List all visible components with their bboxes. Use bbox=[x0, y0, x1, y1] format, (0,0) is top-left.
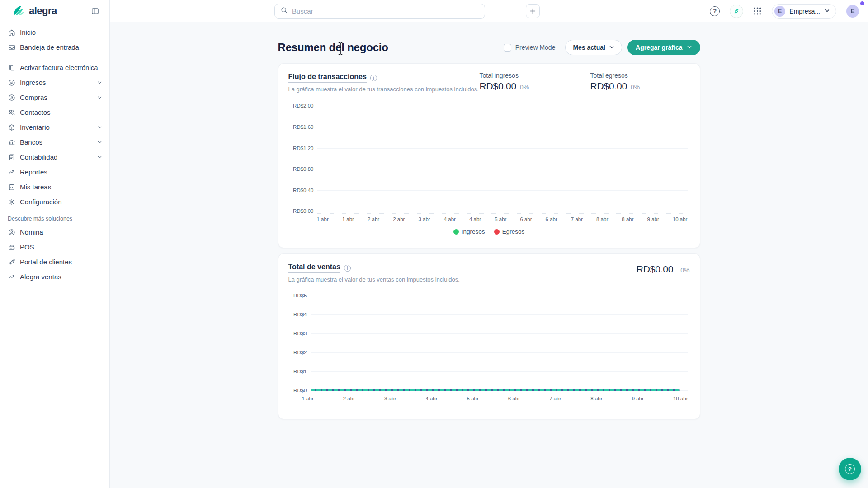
y-tick: RD$0.40 bbox=[278, 188, 314, 193]
sidebar-item-label: Inicio bbox=[20, 28, 102, 36]
eco-leaf-icon[interactable] bbox=[730, 5, 743, 18]
preview-mode-checkbox[interactable] bbox=[504, 44, 511, 52]
sidebar-item-contactos[interactable]: Contactos bbox=[0, 105, 109, 120]
global-search[interactable] bbox=[274, 4, 485, 19]
logo-text: alegra bbox=[29, 5, 57, 17]
y-tick: RD$0.00 bbox=[278, 208, 314, 214]
card-title[interactable]: Total de ventas bbox=[288, 263, 340, 273]
info-icon[interactable]: i bbox=[370, 75, 377, 81]
notification-dot bbox=[860, 1, 864, 5]
total-ingresos-percent: 0% bbox=[520, 84, 529, 91]
sidebar-item-label: Contabilidad bbox=[20, 153, 97, 161]
cube-icon bbox=[8, 123, 16, 131]
chevron-down-icon bbox=[97, 125, 102, 130]
card-subtitle: La gráfica muestra el valor de tus trans… bbox=[288, 86, 479, 93]
trend-up-icon bbox=[8, 273, 16, 281]
info-icon[interactable]: i bbox=[344, 265, 351, 272]
company-name: Empresa... bbox=[789, 8, 820, 15]
preview-mode-toggle[interactable]: Preview Mode bbox=[504, 44, 556, 52]
sidebar-item-contabilidad[interactable]: Contabilidad bbox=[0, 150, 109, 164]
legend-dot-green bbox=[453, 229, 459, 235]
legend-dot-red bbox=[494, 229, 500, 235]
sidebar-nav: Inicio Bandeja de entrada Activar factur… bbox=[0, 22, 109, 284]
expense-arrow-icon bbox=[8, 94, 16, 102]
chart-legend: Ingresos Egresos bbox=[278, 228, 700, 235]
cash-register-icon bbox=[8, 243, 16, 251]
bank-icon bbox=[8, 138, 16, 146]
payroll-person-icon bbox=[8, 228, 16, 236]
chevron-down-icon bbox=[824, 7, 830, 15]
question-icon: ? bbox=[845, 464, 855, 474]
sidebar-item-reportes[interactable]: Reportes bbox=[0, 164, 109, 179]
sidebar-item-nomina[interactable]: Nómina bbox=[0, 225, 109, 239]
sales-zero-line bbox=[311, 389, 680, 391]
inbox-icon bbox=[8, 43, 16, 52]
clipboard-check-icon bbox=[8, 183, 16, 191]
sidebar-section-label: Descubre más soluciones bbox=[0, 209, 109, 225]
sidebar-item-mis-tareas[interactable]: Mis tareas bbox=[0, 179, 109, 194]
company-avatar: E bbox=[774, 6, 785, 17]
apps-grid-icon[interactable] bbox=[753, 7, 762, 15]
sidebar-item-inventario[interactable]: Inventario bbox=[0, 120, 109, 135]
sidebar-item-label: Mis tareas bbox=[20, 183, 102, 191]
sidebar-item-label: Ingresos bbox=[20, 79, 97, 86]
sidebar-item-bancos[interactable]: Bancos bbox=[0, 135, 109, 150]
sidebar-item-label: Contactos bbox=[20, 108, 102, 116]
y-tick: RD$2.00 bbox=[278, 103, 314, 108]
chevron-down-icon bbox=[97, 95, 102, 100]
y-tick: RD$5 bbox=[278, 293, 307, 298]
total-egresos-value: RD$0.00 bbox=[590, 81, 627, 92]
y-tick: RD$0.80 bbox=[278, 166, 314, 172]
quick-create-button[interactable] bbox=[526, 4, 540, 18]
zero-value-bars bbox=[317, 213, 688, 214]
alegra-logo[interactable]: alegra bbox=[13, 5, 57, 17]
help-icon[interactable]: ? bbox=[710, 6, 720, 16]
y-tick: RD$3 bbox=[278, 331, 307, 336]
rocket-icon bbox=[8, 258, 16, 266]
sidebar-item-alegra-ventas[interactable]: Alegra ventas bbox=[0, 269, 109, 284]
period-selector[interactable]: Mes actual bbox=[565, 40, 622, 55]
sidebar-item-configuracion[interactable]: Configuración bbox=[0, 194, 109, 209]
sidebar-item-label: Bancos bbox=[20, 138, 97, 146]
y-tick: RD$2 bbox=[278, 350, 307, 355]
card-title[interactable]: Flujo de transacciones bbox=[288, 73, 367, 83]
add-chart-button[interactable]: Agregar gráfica bbox=[627, 40, 700, 55]
y-tick: RD$4 bbox=[278, 312, 307, 317]
sales-total-value: RD$0.00 bbox=[637, 264, 673, 275]
legend-egresos[interactable]: Egresos bbox=[494, 228, 525, 235]
x-axis-labels: 1 abr1 abr2 abr2 abr3 abr4 abr4 abr5 abr… bbox=[317, 216, 688, 222]
sidebar: alegra Inicio Bandeja de entrada Activar… bbox=[0, 0, 110, 488]
chevron-down-icon bbox=[97, 140, 102, 145]
sales-total-percent: 0% bbox=[680, 267, 689, 274]
search-icon bbox=[280, 6, 288, 16]
y-tick: RD$1.60 bbox=[278, 124, 314, 130]
total-egresos-percent: 0% bbox=[631, 84, 640, 91]
x-axis-labels: 1 abr2 abr3 abr4 abr5 abr6 abr7 abr8 abr… bbox=[302, 396, 688, 401]
help-fab-button[interactable]: ? bbox=[839, 458, 861, 480]
sidebar-item-activar-factura[interactable]: Activar factura electrónica bbox=[0, 60, 109, 75]
main-content: Resumen del negocio Preview Mode Mes act… bbox=[110, 22, 868, 488]
legend-ingresos[interactable]: Ingresos bbox=[453, 228, 485, 235]
sidebar-item-label: Reportes bbox=[20, 168, 102, 176]
sidebar-item-label: Configuración bbox=[20, 198, 102, 206]
document-copy-icon bbox=[8, 64, 16, 72]
calculator-icon bbox=[8, 153, 16, 161]
sales-total-block: RD$0.00 0% bbox=[637, 264, 690, 275]
search-input[interactable] bbox=[292, 7, 479, 15]
sidebar-item-label: Inventario bbox=[20, 123, 97, 131]
y-tick: RD$0 bbox=[278, 388, 307, 393]
topbar: ? E Empresa... E bbox=[110, 0, 868, 22]
sidebar-item-inicio[interactable]: Inicio bbox=[0, 25, 109, 40]
total-sales-card: Total de ventas i La gráfica muestra el … bbox=[278, 253, 700, 419]
preview-mode-label: Preview Mode bbox=[515, 44, 556, 51]
sidebar-item-portal-clientes[interactable]: Portal de clientes bbox=[0, 254, 109, 269]
company-selector[interactable]: E Empresa... bbox=[772, 4, 836, 19]
sidebar-item-pos[interactable]: POS bbox=[0, 239, 109, 254]
user-avatar[interactable]: E bbox=[846, 5, 859, 18]
sidebar-item-ingresos[interactable]: Ingresos bbox=[0, 75, 109, 90]
sidebar-item-bandeja[interactable]: Bandeja de entrada bbox=[0, 40, 109, 55]
sidebar-item-label: Portal de clientes bbox=[20, 258, 102, 266]
sidebar-collapse-icon[interactable] bbox=[90, 5, 100, 16]
alegra-logo-mark bbox=[13, 5, 26, 17]
sidebar-item-compras[interactable]: Compras bbox=[0, 90, 109, 105]
